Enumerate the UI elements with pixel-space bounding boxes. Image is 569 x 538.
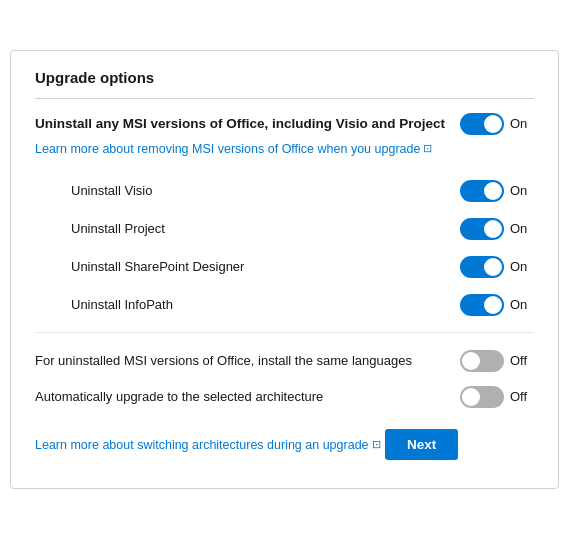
sub-row-visio: Uninstall Visio On <box>71 172 534 210</box>
infopath-toggle-knob <box>484 296 502 314</box>
next-button[interactable]: Next <box>385 429 458 460</box>
visio-label: Uninstall Visio <box>71 183 152 198</box>
main-toggle-knob <box>484 115 502 133</box>
sharepoint-toggle-state: On <box>510 259 534 274</box>
architecture-row: Automatically upgrade to the selected ar… <box>35 379 534 415</box>
learn-more-msi-text: Learn more about removing MSI versions o… <box>35 142 420 156</box>
main-toggle-state: On <box>510 116 534 131</box>
languages-label: For uninstalled MSI versions of Office, … <box>35 353 460 368</box>
visio-toggle[interactable] <box>460 180 504 202</box>
infopath-toggle[interactable] <box>460 294 504 316</box>
project-toggle[interactable] <box>460 218 504 240</box>
sharepoint-toggle-knob <box>484 258 502 276</box>
main-toggle[interactable] <box>460 113 504 135</box>
sharepoint-toggle-group: On <box>460 256 534 278</box>
infopath-label: Uninstall InfoPath <box>71 297 173 312</box>
architecture-toggle-knob <box>462 388 480 406</box>
infopath-toggle-group: On <box>460 294 534 316</box>
upgrade-options-card: Upgrade options Uninstall any MSI versio… <box>10 50 559 489</box>
project-toggle-state: On <box>510 221 534 236</box>
external-link-icon: ⊡ <box>423 142 432 155</box>
architecture-toggle-group: Off <box>460 386 534 408</box>
project-toggle-group: On <box>460 218 534 240</box>
sub-row-infopath: Uninstall InfoPath On <box>71 286 534 324</box>
learn-more-arch-link[interactable]: Learn more about switching architectures… <box>35 438 381 452</box>
sub-row-sharepoint: Uninstall SharePoint Designer On <box>71 248 534 286</box>
architecture-toggle-state: Off <box>510 389 534 404</box>
sharepoint-label: Uninstall SharePoint Designer <box>71 259 244 274</box>
card-title: Upgrade options <box>35 69 534 99</box>
learn-more-arch-text: Learn more about switching architectures… <box>35 438 369 452</box>
main-toggle-label: Uninstall any MSI versions of Office, in… <box>35 116 460 131</box>
project-label: Uninstall Project <box>71 221 165 236</box>
architecture-label: Automatically upgrade to the selected ar… <box>35 389 460 404</box>
sub-row-project: Uninstall Project On <box>71 210 534 248</box>
learn-more-msi-link[interactable]: Learn more about removing MSI versions o… <box>35 142 432 156</box>
languages-toggle-knob <box>462 352 480 370</box>
visio-toggle-state: On <box>510 183 534 198</box>
main-toggle-row: Uninstall any MSI versions of Office, in… <box>35 113 534 135</box>
sub-options-group: Uninstall Visio On Uninstall Project On … <box>71 172 534 324</box>
project-toggle-knob <box>484 220 502 238</box>
visio-toggle-knob <box>484 182 502 200</box>
sharepoint-toggle[interactable] <box>460 256 504 278</box>
architecture-toggle[interactable] <box>460 386 504 408</box>
divider-1 <box>35 332 534 333</box>
infopath-toggle-state: On <box>510 297 534 312</box>
languages-toggle-state: Off <box>510 353 534 368</box>
visio-toggle-group: On <box>460 180 534 202</box>
external-link-arch-icon: ⊡ <box>372 438 381 451</box>
main-toggle-group: On <box>460 113 534 135</box>
languages-toggle-group: Off <box>460 350 534 372</box>
languages-toggle[interactable] <box>460 350 504 372</box>
languages-row: For uninstalled MSI versions of Office, … <box>35 343 534 379</box>
